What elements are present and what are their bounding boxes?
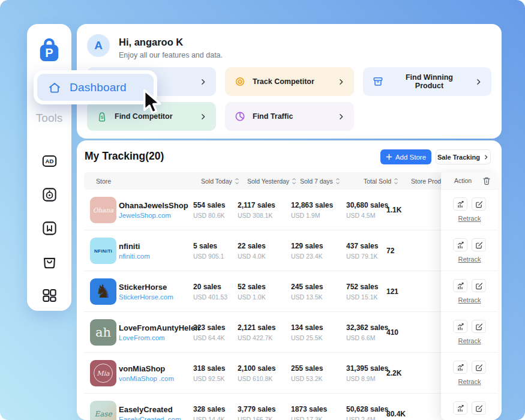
sold-today-value: 5 sales [193,242,224,250]
edit-button[interactable] [472,320,486,333]
app-logo[interactable]: P [37,36,62,66]
sort-icon [235,178,239,185]
svg-text:AD: AD [45,158,53,164]
sidebar-item-saved[interactable] [40,219,58,237]
total-sold-value: 32,362 sales [346,323,388,332]
sold-7days-usd: USD 25.5K [291,334,323,341]
column-header-total-sold[interactable]: Total Sold [364,172,398,190]
retrack-link[interactable]: Retrack [458,215,481,222]
sold-today-value: 554 sales [193,201,225,209]
store-name: LoveFromAuntyHelen [119,323,200,332]
sold-today-usd: USD 14.4K [193,416,225,420]
home-icon [47,80,62,95]
store-domain-link[interactable]: JewelsShop.com [119,212,188,219]
total-sold-value: 50,628 sales [346,405,388,413]
shopping-bag-logo-icon: P [37,36,62,64]
store-domain-link[interactable]: nfiniti.com [119,253,150,260]
stats-chart-icon [457,364,464,371]
store-domain-link[interactable]: EaselyCreated .com [119,416,181,420]
add-store-button[interactable]: Add Store [380,149,431,164]
store-domain-link[interactable]: vonMiaShop .com [119,375,174,382]
sidebar-item-dashboard[interactable]: Dashboard [37,74,154,101]
dashboard-label: Dashboard [70,81,127,94]
sold-7days-usd: USD 53.2K [291,375,323,382]
stats-button[interactable] [453,361,467,374]
feature-tile-find-winning-product[interactable]: Find Winning Product [363,67,491,96]
sold-today-value: 20 sales [193,283,227,291]
user-avatar[interactable]: A [87,34,110,57]
sold-7days-value: 1873 sales [291,405,327,413]
sold-7days-value: 245 sales [291,283,323,291]
column-header-sold-today[interactable]: Sold Today [201,172,239,190]
column-header-sold-7-days[interactable]: Sold 7 days [300,172,340,190]
column-header-action: Action [454,177,472,184]
sidebar-item-apps[interactable] [40,286,58,304]
stats-chart-icon [457,200,464,208]
total-sold-value: 752 sales [346,283,378,291]
sold-yesterday-value: 22 sales [238,242,266,250]
total-sold-usd: USD 15.1K [346,293,378,301]
table-row: ♞ StickerHorse StickerHorse.com 20 sales… [84,271,441,312]
edit-icon [475,282,483,290]
product-box-icon [372,76,384,88]
sold-7days-usd: USD 17.3K [291,416,327,420]
sold-today-value: 328 sales [193,405,225,413]
edit-button[interactable] [472,361,486,374]
sold-yesterday-value: 52 sales [238,283,266,291]
stats-button[interactable] [453,401,467,415]
edit-button[interactable] [472,279,486,292]
store-avatar: Mia [90,360,116,386]
edit-button[interactable] [472,238,486,251]
sold-7days-value: 129 sales [291,242,323,250]
edit-button[interactable] [472,401,486,415]
stats-button[interactable] [453,320,467,333]
retrack-link[interactable]: Retrack [458,378,481,385]
sold-today-usd: USD 401.53 [193,293,227,301]
tools-section-label: Tools [27,112,71,125]
sidebar-item-store[interactable] [40,253,58,271]
store-avatar: NFiNiTi [90,238,116,264]
retrack-link[interactable]: Retrack [458,296,481,304]
sold-yesterday-usd: USD 610.8K [238,375,275,382]
sidebar-item-tracking[interactable] [40,185,58,203]
sold-today-usd: USD 905.1 [193,253,224,260]
tracking-title: My Tracking(20) [85,150,164,163]
edit-icon [475,200,483,208]
plus-icon [386,154,392,160]
table-row: Mia vonMiaShop vonMiaShop .com 318 sales… [84,353,441,394]
total-sold-value: 30,680 sales [346,201,388,209]
sold-today-value: 323 sales [193,323,225,332]
chevron-right-icon [199,113,207,121]
store-products-value: 1.1K [386,206,401,214]
store-domain-link[interactable]: StickerHorse.com [119,293,173,301]
action-row: Retrack [441,353,498,394]
retrack-link[interactable]: Retrack [458,256,481,263]
table-row: Ohana OhanaJewelsShop JewelsShop.com 554… [84,190,441,230]
feature-tile-find-traffic[interactable]: Find Traffic [225,102,354,131]
trash-icon [482,176,491,185]
ad-icon: AD [41,153,58,169]
sidebar-tools: AD [27,152,71,304]
stats-button[interactable] [453,279,467,292]
total-sold-usd: USD 8.9M [346,375,388,382]
column-header-sold-yesterday[interactable]: Sold Yesterday [247,172,296,190]
delete-all-button[interactable] [482,176,491,185]
store-name: nfiniti [119,242,150,251]
stats-button[interactable] [453,197,467,211]
retrack-link[interactable]: Retrack [458,337,481,344]
sold-yesterday-value: 2,117 sales [238,201,275,209]
sold-yesterday-usd: USD 1.0K [238,293,266,301]
sale-tracking-button[interactable]: Sale Tracking [436,149,491,164]
sold-yesterday-usd: USD 422.7K [238,334,275,341]
feature-tile-track-competitor[interactable]: Track Competitor [225,67,354,96]
sold-yesterday-usd: USD 4.0K [238,253,266,260]
table-row: Ease EaselyCreated EaselyCreated .com 32… [84,394,441,420]
sort-icon [292,178,296,185]
chevron-right-icon [337,113,345,121]
total-sold-value: 31,395 sales [346,364,388,373]
chevron-right-icon [483,154,489,160]
store-domain-link[interactable]: LoveFrom.com [119,334,200,341]
stats-button[interactable] [453,238,467,251]
sidebar-item-ads[interactable]: AD [40,152,58,170]
edit-button[interactable] [472,197,486,211]
